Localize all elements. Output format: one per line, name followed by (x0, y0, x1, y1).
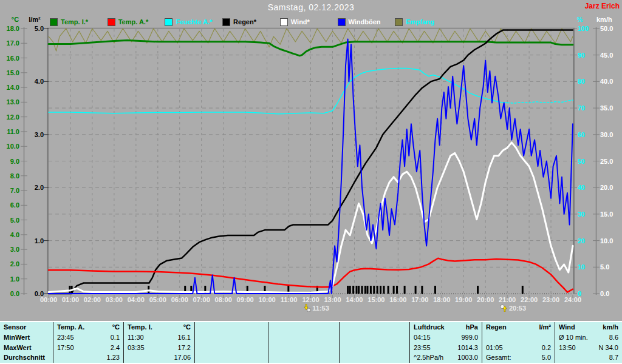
table-cell-value: N 34.0 (599, 344, 618, 351)
lm2-tick-label: 5.0 (27, 24, 44, 33)
rain-event-bar (383, 286, 384, 294)
table-cell-row (195, 352, 268, 363)
table-cell-time: 03:35 (128, 344, 145, 351)
percent-tick-label: 20 (578, 237, 596, 245)
table-cell-value: 999.0 (461, 334, 478, 341)
rain-event-bar (347, 286, 349, 294)
table-cell-row: 13:50N 34.0 (555, 342, 622, 352)
table-cell-value: 16.1 (178, 334, 191, 341)
rain-event-bar (352, 286, 354, 294)
celsius-tick-label: 15.0 (0, 69, 19, 77)
percent-tick-label: 30 (578, 210, 596, 218)
moon-marker-time: 20:53 (509, 305, 526, 312)
percent-tick-label: 10 (578, 263, 596, 271)
rain-event-bar (361, 286, 363, 294)
table-cell-row (482, 332, 555, 343)
table-row-label: MinWert (0, 332, 53, 343)
kmh-tick-label: 45.0 (600, 51, 621, 59)
rain-event-bar (373, 286, 375, 294)
sensor-unit: km/h (603, 323, 618, 331)
table-cell-time: Gesamt: (486, 354, 511, 361)
percent-tick-label: 90 (578, 51, 596, 59)
table-row-labels-column: SensorMinWertMaxWertDurchschnitt (0, 322, 53, 363)
table-cell-row: 03:3517.2 (124, 342, 194, 352)
celsius-tick-label: 5.0 (0, 216, 19, 224)
table-cell-time: 11:30 (128, 334, 144, 341)
table-column-header (195, 322, 268, 332)
kmh-tick-label: 40.0 (600, 77, 621, 86)
table-cell-row: 23:450.1 (53, 332, 123, 343)
table-cell-row: 23:551014.3 (410, 342, 482, 352)
table-column-header: Temp. A.°C (53, 322, 123, 332)
table-column-empty (340, 322, 410, 363)
percent-tick-label: 40 (578, 183, 596, 192)
table-cell-row (340, 332, 409, 343)
rain-event-bar (393, 286, 395, 294)
moonset-icon (303, 304, 311, 312)
table-cell-row: 17:502.4 (53, 342, 123, 352)
rain-event-bar (477, 286, 479, 294)
kmh-tick-label: 50.0 (600, 24, 621, 33)
table-cell-time: 01:05 (486, 344, 503, 351)
table-cell-row: 04:15999.0 (410, 332, 482, 343)
table-column-temp-a: Temp. A.°C23:450.117:502.41.23 (53, 322, 124, 363)
moonset-marker: 11:53 (303, 304, 329, 312)
x-axis-tick-label: 24:00 (559, 296, 586, 303)
sensor-unit: °C (112, 323, 120, 331)
moon-marker-time: 11:53 (312, 305, 329, 312)
table-row-label: MaxWert (0, 342, 53, 352)
lm2-tick-label: 3.0 (27, 130, 44, 139)
celsius-tick-label: 9.0 (0, 157, 19, 166)
sensor-unit: l/m² (539, 323, 551, 331)
lm2-tick-label: 4.0 (27, 77, 44, 86)
sensor-name: Wind (559, 323, 575, 331)
table-cell-row: 8.7 (555, 352, 622, 363)
rain-event-bar (356, 286, 358, 294)
celsius-tick-label: 16.0 (0, 54, 19, 62)
table-cell-value: 5.0 (542, 354, 551, 361)
table-cell-row: Gesamt:5.0 (482, 352, 555, 363)
table-column-luftdruck: LuftdruckhPa04:15999.023:551014.3^2.5hPa… (410, 322, 482, 363)
percent-tick-label: 70 (578, 104, 596, 112)
table-column-header (340, 322, 409, 332)
table-row-label: Sensor (0, 322, 53, 332)
table-cell-value: 0.2 (542, 344, 551, 351)
rain-event-bar (364, 286, 366, 294)
celsius-tick-label: 0.0 (0, 289, 19, 298)
kmh-tick-label: 5.0 (600, 263, 621, 271)
table-cell-row: ^2.5hPa/h1003.0 (410, 352, 482, 363)
table-row-label: Durchschnitt (0, 352, 53, 363)
kmh-tick-label: 30.0 (600, 130, 621, 139)
table-cell-time: 23:55 (414, 344, 431, 351)
celsius-tick-label: 14.0 (0, 83, 19, 92)
table-cell-time: 04:15 (414, 334, 431, 341)
kmh-tick-label: 20.0 (600, 183, 621, 192)
rain-event-bar (434, 286, 436, 294)
table-column-regen: Regenl/m²01:050.2Gesamt:5.0 (482, 322, 555, 363)
summary-table-grid: SensorMinWertMaxWertDurchschnittTemp. A.… (0, 322, 622, 363)
table-cell-value: 8.7 (609, 354, 618, 361)
series-feuchte-a-tail (507, 100, 573, 103)
rain-event-bar (349, 286, 351, 294)
kmh-tick-label: 10.0 (600, 237, 621, 245)
celsius-tick-label: 18.0 (0, 24, 19, 33)
table-cell-value: 0.1 (111, 334, 120, 341)
celsius-tick-label: 8.0 (0, 172, 19, 180)
table-column-header (268, 322, 339, 332)
table-cell-row: 17.06 (124, 352, 194, 363)
kmh-tick-label: 35.0 (600, 104, 621, 112)
lm2-tick-label: 1.0 (27, 237, 44, 245)
table-column-header: Regenl/m² (482, 322, 555, 332)
rain-event-bar (404, 286, 406, 294)
celsius-tick-label: 11.0 (0, 127, 19, 136)
table-cell-value: 17.06 (174, 354, 191, 361)
celsius-tick-label: 12.0 (0, 113, 19, 121)
table-cell-row (268, 352, 339, 363)
rain-event-bar (366, 286, 368, 294)
table-cell-row: 01:050.2 (482, 342, 555, 352)
chart-plot-svg (0, 0, 622, 322)
celsius-tick-label: 6.0 (0, 201, 19, 209)
rain-event-bar (358, 286, 360, 294)
moonrise-marker: 20:53 (500, 304, 526, 312)
table-cell-row: 11:3016.1 (124, 332, 194, 343)
